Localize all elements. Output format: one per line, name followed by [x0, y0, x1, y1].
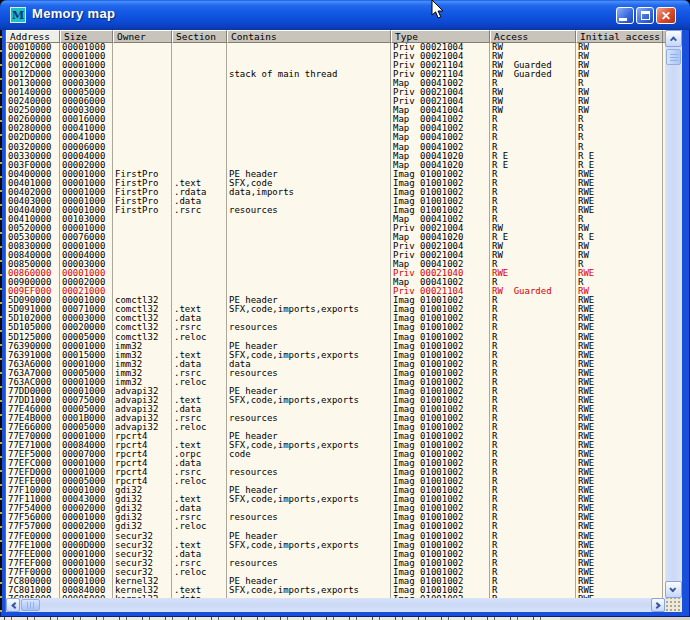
memory-row[interactable]: 77E6600000005000advapi32.relocImag 01001… [6, 423, 665, 432]
column-header-size[interactable]: Size [60, 30, 113, 43]
cell-size: 00006000 [60, 143, 113, 152]
column-header-contains[interactable]: Contains [227, 30, 391, 43]
memory-row[interactable]: 0040200000001000FirstPro.rdatadata,impor… [6, 188, 665, 197]
memory-row[interactable]: 763A700000005000imm32.rsrcresourcesImag … [6, 369, 665, 378]
memory-row[interactable]: 763AC00000001000imm32.relocImag 01001002… [6, 378, 665, 387]
cell-initial_access: RWE [576, 450, 663, 459]
cell-size: 00001000 [60, 577, 113, 586]
memory-row[interactable]: 009EF00000021000Priv 00021104RW GuardedR… [6, 287, 665, 296]
memory-row[interactable]: 0086000000001000Priv 00021040RWERWE [6, 269, 665, 278]
memory-row[interactable]: 0025000000003000Map 00041004RWRW [6, 106, 665, 115]
memory-row[interactable]: 7C80100000084000kernel32.textSFX,code,im… [6, 586, 665, 595]
mouse-cursor [431, 0, 445, 20]
cell-initial_access: RW [576, 242, 663, 251]
cell-address: 00250000 [6, 106, 60, 115]
memory-row[interactable]: 0028000000041000Map 00041002RR [6, 124, 665, 133]
memory-row[interactable]: 763A600000001000imm32.datadataImag 01001… [6, 360, 665, 369]
memory-row[interactable]: 0040000000001000FirstProPE headerImag 01… [6, 170, 665, 179]
memory-row[interactable]: 0040400000001000FirstPro.rsrcresourcesIm… [6, 206, 665, 215]
memory-row[interactable]: 77E7000000001000rpcrt4PE headerImag 0100… [6, 432, 665, 441]
cell-address: 00130000 [6, 79, 60, 88]
cell-access: R [490, 559, 576, 568]
memory-row[interactable]: 0084000000004000Priv 00021004RWRW [6, 251, 665, 260]
memory-row[interactable]: 77F1000000001000gdi32PE headerImag 01001… [6, 486, 665, 495]
memory-row[interactable]: 0001000000001000Priv 00021004RWRW [6, 43, 665, 52]
memory-row[interactable]: 7639000000001000imm32PE headerImag 01001… [6, 342, 665, 351]
cell-type: Map 00041002 [391, 215, 490, 224]
memory-row[interactable]: 0090000000002000Map 00041002RR [6, 278, 665, 287]
memory-row[interactable]: 0026000000016000Map 00041002RR [6, 115, 665, 124]
minimize-button[interactable] [616, 7, 634, 24]
memory-row[interactable]: 0083000000001000Priv 00021004RWRW [6, 242, 665, 251]
memory-row[interactable]: 77F5400000002000gdi32.dataImag 01001002R… [6, 504, 665, 513]
memory-row[interactable]: 0012D00000003000stack of main threadPriv… [6, 70, 665, 79]
memory-row[interactable]: 0040300000001000FirstPro.dataImag 010010… [6, 197, 665, 206]
scroll-right-button[interactable] [651, 598, 665, 612]
memory-row[interactable]: 0002000000001000Priv 00021004RWRW [6, 52, 665, 61]
memory-row[interactable]: 77F1100000043000gdi32.textSFX,code,impor… [6, 495, 665, 504]
memory-row[interactable]: 77DD100000075000advapi32.textSFX,code,im… [6, 396, 665, 405]
vertical-scrollbar[interactable] [665, 30, 682, 598]
cell-initial_access: RWE [576, 495, 663, 504]
cell-owner: comctl32 [113, 305, 172, 314]
memory-row[interactable]: 0013000000003000Map 00041002RR [6, 79, 665, 88]
scroll-left-button[interactable] [6, 598, 20, 612]
memory-row[interactable]: 0052000000001000Priv 00021004RWRW [6, 224, 665, 233]
memory-row[interactable]: 77FEE00000001000secur32.dataImag 0100100… [6, 550, 665, 559]
memory-row[interactable]: 0032000000006000Map 00041002RR [6, 143, 665, 152]
memory-row[interactable]: 5D12500000005000comctl32.relocImag 01001… [6, 333, 665, 342]
memory-row[interactable]: 77F5600000001000gdi32.rsrcresourcesImag … [6, 513, 665, 522]
memory-row[interactable]: 5D09000000001000comctl32PE headerImag 01… [6, 296, 665, 305]
memory-row[interactable]: 77FEF00000001000secur32.rsrcresourcesIma… [6, 559, 665, 568]
memory-row[interactable]: 77EFC00000001000rpcrt4.dataImag 01001002… [6, 459, 665, 468]
memory-row[interactable]: 7C80000000001000kernel32PE headerImag 01… [6, 577, 665, 586]
memory-row[interactable]: 77E4600000005000advapi32.dataImag 010010… [6, 405, 665, 414]
column-header-owner[interactable]: Owner [113, 30, 172, 43]
memory-row[interactable]: 77EFE00000005000rpcrt4.relocImag 0100100… [6, 477, 665, 486]
memory-row[interactable]: 77DD000000001000advapi32PE headerImag 01… [6, 387, 665, 396]
memory-row[interactable]: 003F000000002000Map 00041020R ER E [6, 161, 665, 170]
resize-grip[interactable] [665, 598, 682, 612]
memory-row[interactable]: 0014000000005000Priv 00021004RWRW [6, 88, 665, 97]
column-header-access[interactable]: Access [490, 30, 576, 43]
window-title: Memory map [32, 6, 115, 21]
column-header-address[interactable]: Address [6, 30, 60, 43]
memory-row[interactable]: 77FE10000000D000secur32.textSFX,code,imp… [6, 541, 665, 550]
memory-row[interactable]: 5D09100000071000comctl32.textSFX,code,im… [6, 305, 665, 314]
vertical-scroll-thumb[interactable] [666, 49, 681, 65]
memory-row[interactable]: 0041000000103000Map 00041002RR [6, 215, 665, 224]
cell-size: 00005000 [60, 405, 113, 414]
cell-access: RW [490, 43, 576, 52]
memory-row[interactable]: 77EFD00000001000rpcrt4.rsrcresourcesImag… [6, 468, 665, 477]
cell-owner: advapi32 [113, 405, 172, 414]
maximize-button[interactable] [636, 7, 654, 24]
column-header-initial_access[interactable]: Initial access [576, 30, 663, 43]
horizontal-scrollbar[interactable] [6, 598, 665, 612]
scroll-up-button[interactable] [665, 30, 682, 47]
memory-row[interactable]: 5D10200000003000comctl32.dataImag 010010… [6, 314, 665, 323]
memory-row[interactable]: 7639100000015000imm32.textSFX,code,impor… [6, 351, 665, 360]
cell-section [172, 133, 227, 142]
memory-row[interactable]: 0012C00000001000Priv 00021104RW GuardedR… [6, 61, 665, 70]
memory-row[interactable]: 77E7100000084000rpcrt4.textSFX,code,impo… [6, 441, 665, 450]
memory-row[interactable]: 77FE000000001000secur32PE headerImag 010… [6, 532, 665, 541]
cell-section [172, 242, 227, 251]
cell-contains [227, 568, 391, 577]
title-bar[interactable]: M Memory map ✕ [0, 0, 690, 30]
memory-row[interactable]: 77EF500000007000rpcrt4.orpccodeImag 0100… [6, 450, 665, 459]
scroll-down-button[interactable] [665, 581, 682, 598]
column-header-type[interactable]: Type [391, 30, 490, 43]
memory-row[interactable]: 0053000000076000Map 00041020R ER E [6, 233, 665, 242]
memory-row[interactable]: 77FF000000001000secur32.relocImag 010010… [6, 568, 665, 577]
memory-row[interactable]: 0040100000001000FirstPro.textSFX,codeIma… [6, 179, 665, 188]
memory-row[interactable]: 77F5700000002000gdi32.relocImag 01001002… [6, 522, 665, 531]
memory-row[interactable]: 0024000000006000Priv 00021004RWRW [6, 97, 665, 106]
memory-row[interactable]: 5D10500000020000comctl32.rsrcresourcesIm… [6, 323, 665, 332]
memory-row[interactable]: 0085000000003000Map 00041002RR [6, 260, 665, 269]
column-header-section[interactable]: Section [172, 30, 227, 43]
memory-row[interactable]: 002D000000041000Map 00041002RR [6, 133, 665, 142]
close-button[interactable]: ✕ [656, 7, 676, 24]
horizontal-scroll-thumb[interactable] [21, 599, 40, 611]
memory-row[interactable]: 77E4B0000001B000advapi32.rsrcresourcesIm… [6, 414, 665, 423]
memory-row[interactable]: 0033000000004000Map 00041020R ER E [6, 152, 665, 161]
